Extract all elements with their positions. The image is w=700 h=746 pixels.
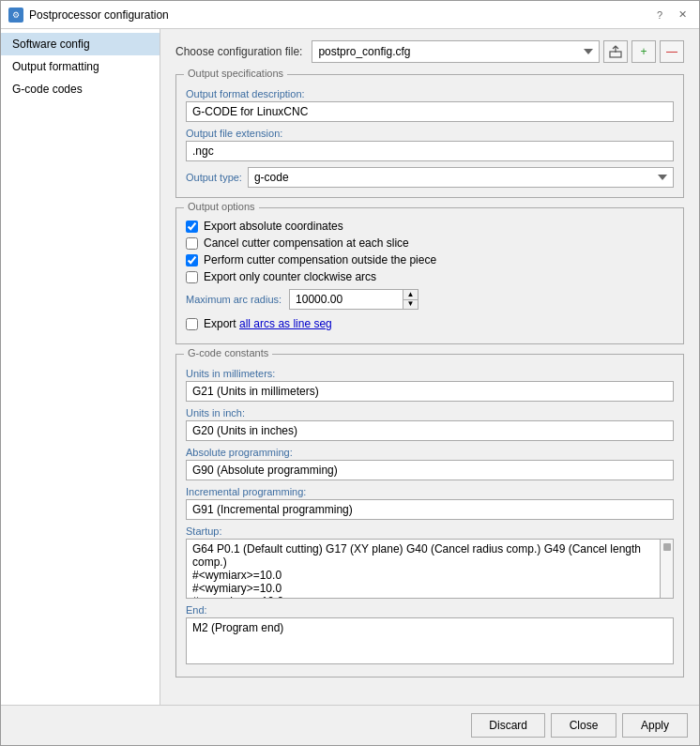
- sidebar-item-output-formatting[interactable]: Output formatting: [1, 55, 160, 78]
- output-format-label: Output format description:: [186, 88, 674, 99]
- units-inch-input[interactable]: [186, 420, 674, 441]
- config-file-controls: postpro_config.cfg + —: [312, 40, 684, 63]
- output-format-input[interactable]: [186, 101, 674, 122]
- output-specs-group: Output specifications Output format desc…: [175, 74, 684, 198]
- apply-button[interactable]: Apply: [622, 713, 688, 738]
- config-file-label: Choose configuration file:: [175, 45, 302, 58]
- abs-prog-label: Absolute programming:: [186, 447, 674, 458]
- abs-prog-input[interactable]: [186, 460, 674, 480]
- close-button-bottom[interactable]: Close: [551, 713, 616, 738]
- export-config-button[interactable]: [603, 40, 628, 63]
- checkbox-export-arcs[interactable]: [186, 318, 198, 330]
- checkbox-export-counter-row: Export only counter clockwise arcs: [186, 270, 674, 283]
- checkbox-perform-cutter[interactable]: [186, 254, 198, 266]
- checkbox-perform-cutter-label[interactable]: Perform cutter compensation outside the …: [204, 253, 436, 266]
- checkbox-export-abs[interactable]: [186, 221, 198, 233]
- startup-label: Startup:: [186, 525, 674, 537]
- spinbox-buttons: ▲ ▼: [403, 290, 418, 309]
- max-arc-row: Maximum arc radius: ▲ ▼: [186, 289, 674, 310]
- export-arcs-text: Export: [204, 317, 236, 330]
- checkbox-export-abs-label[interactable]: Export absolute coordinates: [204, 220, 343, 233]
- window-controls: ? ✕: [650, 7, 692, 23]
- config-file-row: Choose configuration file: postpro_confi…: [175, 40, 684, 63]
- checkbox-export-arcs-label[interactable]: Export all arcs as line seg: [204, 317, 332, 330]
- checkbox-export-abs-row: Export absolute coordinates: [186, 220, 674, 233]
- inc-prog-label: Incremental programming:: [186, 486, 674, 497]
- startup-textarea[interactable]: G64 P0.1 (Default cutting) G17 (XY plane…: [187, 540, 660, 598]
- close-button[interactable]: ✕: [673, 7, 692, 23]
- window-title: Postprocessor configuration: [29, 8, 650, 22]
- output-specs-title: Output specifications: [184, 68, 287, 79]
- output-ext-input[interactable]: [186, 141, 674, 161]
- max-arc-spinbox: ▲ ▼: [289, 289, 418, 310]
- config-file-select[interactable]: postpro_config.cfg: [312, 40, 600, 63]
- output-type-label: Output type:: [186, 172, 242, 183]
- checkbox-cancel-cutter[interactable]: [186, 237, 198, 250]
- sidebar-item-software-config[interactable]: Software config: [1, 33, 160, 55]
- gcode-constants-group: G-code constants Units in millimeters: U…: [175, 354, 684, 677]
- startup-wrapper: G64 P0.1 (Default cutting) G17 (XY plane…: [186, 539, 674, 599]
- units-mm-input[interactable]: [186, 381, 674, 402]
- units-mm-label: Units in millimeters:: [186, 368, 674, 379]
- remove-config-button[interactable]: —: [660, 40, 684, 63]
- sidebar-item-gcode-codes[interactable]: G-code codes: [1, 78, 160, 100]
- checkbox-cancel-cutter-label[interactable]: Cancel cutter compensation at each slice: [204, 236, 409, 250]
- checkbox-cancel-cutter-row: Cancel cutter compensation at each slice: [186, 236, 674, 250]
- gcode-constants-title: G-code constants: [184, 347, 272, 358]
- end-textarea[interactable]: M2 (Program end): [186, 617, 674, 664]
- arcs-link[interactable]: all arcs as line seg: [239, 317, 332, 330]
- help-button[interactable]: ?: [650, 7, 669, 23]
- max-arc-label: Maximum arc radius:: [186, 294, 282, 305]
- app-icon: ⚙: [8, 8, 23, 23]
- spinbox-down-button[interactable]: ▼: [403, 299, 418, 310]
- main-window: ⚙ Postprocessor configuration ? ✕ Softwa…: [0, 0, 700, 746]
- output-options-title: Output options: [184, 201, 259, 212]
- max-arc-input[interactable]: [290, 290, 403, 309]
- startup-scrollbar[interactable]: [660, 540, 673, 598]
- config-panel: Choose configuration file: postpro_confi…: [160, 29, 699, 705]
- add-config-button[interactable]: +: [632, 40, 656, 63]
- export-arcs-row: Export all arcs as line seg: [186, 317, 674, 330]
- inc-prog-input[interactable]: [186, 499, 674, 520]
- spinbox-up-button[interactable]: ▲: [403, 290, 418, 299]
- main-content: Software config Output formatting G-code…: [1, 29, 699, 705]
- checkbox-export-counter[interactable]: [186, 271, 198, 283]
- checkbox-export-counter-label[interactable]: Export only counter clockwise arcs: [204, 270, 376, 283]
- sidebar: Software config Output formatting G-code…: [1, 29, 160, 705]
- output-options-group: Output options Export absolute coordinat…: [175, 207, 684, 344]
- end-label: End:: [186, 604, 674, 616]
- output-type-select[interactable]: g-code dxf hpgl: [248, 167, 674, 188]
- title-bar: ⚙ Postprocessor configuration ? ✕: [1, 1, 699, 29]
- output-ext-label: Output file extension:: [186, 128, 674, 139]
- discard-button[interactable]: Discard: [471, 713, 545, 738]
- checkbox-perform-cutter-row: Perform cutter compensation outside the …: [186, 253, 674, 266]
- bottom-bar: Discard Close Apply: [1, 705, 699, 745]
- units-inch-label: Units in inch:: [186, 407, 674, 419]
